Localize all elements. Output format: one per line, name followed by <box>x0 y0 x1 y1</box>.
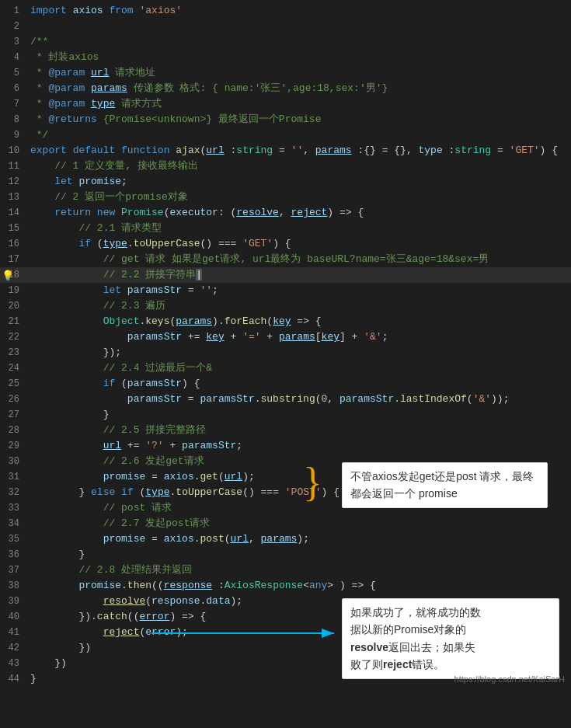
annotation-box-1: 不管axios发起get还是post 请求，最终都会返回一个 promise <box>342 462 548 508</box>
code-line-24: 24 // 2.4 过滤最后一个& <box>0 361 571 376</box>
code-line-15: 15 // 2.1 请求类型 <box>0 221 571 236</box>
code-line-4: 4 * 封装axios <box>0 50 571 65</box>
code-line-35: 35 promise = axios.post(url, params); <box>0 531 571 547</box>
code-line-2: 2 <box>0 19 571 34</box>
code-line-29: 29 url += '?' + paramsStr; <box>0 438 571 454</box>
code-line-18: 18 // 2.2 拼接字符串| 💡 <box>0 267 571 283</box>
code-line-23: 23 }); <box>0 345 571 361</box>
code-line-7: 7 * @param type 请求方式 <box>0 96 571 112</box>
code-line-16: 16 if (type.toUpperCase() === 'GET') { <box>0 236 571 252</box>
code-line-17: 17 // get 请求 如果是get请求, url最终为 baseURL?na… <box>0 252 571 267</box>
code-line-6: 6 * @param params 传递参数 格式: { name:'张三',a… <box>0 81 571 96</box>
code-line-19: 19 let paramsStr = ''; <box>0 283 571 298</box>
code-line-38: 38 promise.then((response :AxiosResponse… <box>0 578 571 594</box>
code-line-1: 1 import axios from 'axios' <box>0 3 571 19</box>
annotation-brace-1: } <box>303 462 322 503</box>
code-line-22: 22 paramsStr += key + '=' + params[key] … <box>0 329 571 345</box>
code-line-8: 8 * @returns {Promise<unknown>} 最终返回一个Pr… <box>0 112 571 127</box>
code-line-27: 27 } <box>0 407 571 423</box>
code-line-13: 13 // 2 返回一个promise对象 <box>0 190 571 205</box>
code-line-25: 25 if (paramsStr) { <box>0 376 571 392</box>
code-line-34: 34 // 2.7 发起post请求 <box>0 516 571 531</box>
code-line-21: 21 Object.keys(params).forEach(key => { <box>0 314 571 329</box>
code-line-3: 3 /** <box>0 34 571 50</box>
code-line-37: 37 // 2.8 处理结果并返回 <box>0 563 571 578</box>
code-line-9: 9 */ <box>0 127 571 143</box>
code-line-11: 11 // 1 定义变量, 接收最终输出 <box>0 158 571 174</box>
code-line-5: 5 * @param url 请求地址 <box>0 65 571 81</box>
code-editor: 1 import axios from 'axios' 2 3 /** 4 * … <box>0 0 571 690</box>
code-line-10: 10 export default function ajax(url :str… <box>0 143 571 158</box>
annotation-box-2: 如果成功了，就将成功的数据以新的Promise对象的resolve返回出去；如果… <box>342 598 559 679</box>
annotation-arrow-2 <box>151 622 342 645</box>
code-line-28: 28 // 2.5 拼接完整路径 <box>0 423 571 438</box>
watermark: https://blog.csdn.net/KaiSarH <box>454 674 565 684</box>
code-line-26: 26 paramsStr = paramsStr.substring(0, pa… <box>0 392 571 407</box>
bulb-icon: 💡 <box>2 270 14 282</box>
code-line-20: 20 // 2.3 遍历 <box>0 298 571 314</box>
code-line-14: 14 return new Promise(executor: (resolve… <box>0 205 571 221</box>
code-line-12: 12 let promise; <box>0 174 571 190</box>
code-line-36: 36 } <box>0 547 571 563</box>
